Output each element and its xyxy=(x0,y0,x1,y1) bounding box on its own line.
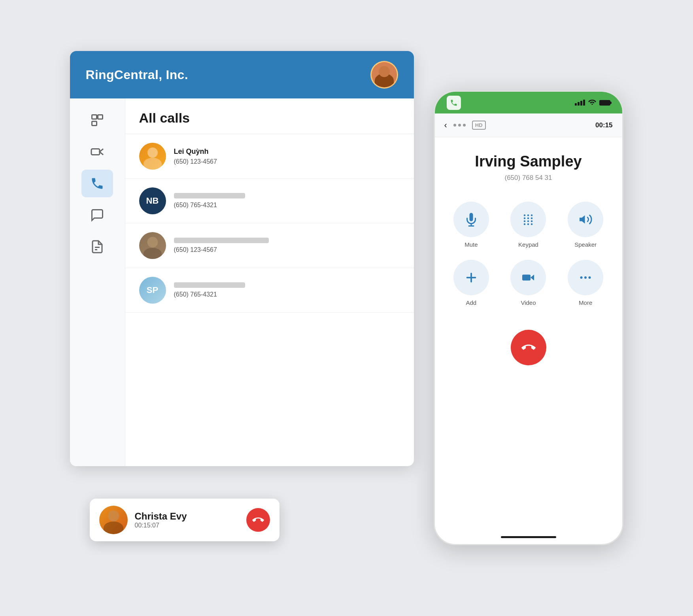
keypad-icon xyxy=(521,212,535,227)
list-item[interactable]: NB (650) 765-4321 xyxy=(125,179,414,223)
keypad-button[interactable]: Keypad xyxy=(504,202,553,248)
svg-marker-25 xyxy=(531,275,534,281)
notes-icon xyxy=(90,240,104,254)
keypad-label: Keypad xyxy=(518,241,538,248)
home-indicator xyxy=(435,530,622,544)
battery-icon xyxy=(599,100,610,106)
active-call-icon xyxy=(447,96,461,110)
phone-content: Irving Sampley (650) 768 54 31 Mute xyxy=(435,137,622,530)
options-dots[interactable] xyxy=(453,124,466,127)
svg-point-13 xyxy=(527,217,529,219)
call-timer: 00:15 xyxy=(595,121,612,129)
svg-point-6 xyxy=(591,104,593,105)
add-label: Add xyxy=(466,299,476,306)
phone-call-indicator xyxy=(447,96,461,110)
sidebar-item-phone[interactable] xyxy=(81,170,113,197)
microphone-icon xyxy=(464,212,478,227)
desktop-app: RingCentral, Inc. xyxy=(70,51,414,466)
caller-name-1: Lei Quỳnh xyxy=(174,147,400,156)
main-content: All calls Lei Quỳnh (650) 123-4567 NB xyxy=(125,98,414,466)
notification-text: Christa Evy 00:15:07 xyxy=(135,511,239,529)
caller-number-mobile: (650) 768 54 31 xyxy=(447,174,610,182)
svg-point-17 xyxy=(531,220,533,222)
phone-icon xyxy=(90,176,104,191)
add-circle xyxy=(453,260,489,295)
dot-1 xyxy=(453,124,456,127)
messages-icon xyxy=(90,113,104,127)
notification-name: Christa Evy xyxy=(135,511,239,522)
back-button[interactable]: ‹ xyxy=(444,120,447,130)
svg-rect-1 xyxy=(98,115,103,119)
dot-2 xyxy=(458,124,461,127)
svg-rect-24 xyxy=(522,275,531,281)
call-info-2: (650) 765-4321 xyxy=(174,193,400,209)
name-placeholder-2 xyxy=(174,193,245,198)
svg-point-28 xyxy=(589,276,591,279)
name-placeholder-4 xyxy=(174,282,245,288)
caller-number-3: (650) 123-4567 xyxy=(174,246,400,253)
call-info-1: Lei Quỳnh (650) 123-4567 xyxy=(174,147,400,165)
svg-point-18 xyxy=(524,223,526,225)
signal-bar-2 xyxy=(578,102,580,106)
avatar-sp: SP xyxy=(139,277,166,304)
desktop-body: All calls Lei Quỳnh (650) 123-4567 NB xyxy=(70,98,414,466)
svg-point-27 xyxy=(584,276,587,279)
notification-end-call-button[interactable] xyxy=(246,508,270,532)
add-icon xyxy=(464,270,478,285)
caller-number-4: (650) 765-4321 xyxy=(174,291,400,298)
call-list: Lei Quỳnh (650) 123-4567 NB (650) 765-43… xyxy=(125,134,414,466)
mute-circle xyxy=(453,202,489,237)
call-info-4: (650) 765-4321 xyxy=(174,282,400,298)
more-label: More xyxy=(579,299,592,306)
sidebar-item-chat[interactable] xyxy=(81,201,113,229)
wifi-icon xyxy=(588,98,596,107)
svg-rect-3 xyxy=(91,149,100,155)
phone-nav-bar: ‹ HD 00:15 xyxy=(435,113,622,137)
user-avatar[interactable] xyxy=(370,61,398,89)
avatar-lei-quynh xyxy=(139,143,166,170)
more-circle xyxy=(568,260,603,295)
svg-point-16 xyxy=(527,220,529,222)
more-button[interactable]: More xyxy=(561,260,610,306)
end-call-button[interactable] xyxy=(511,330,546,365)
video-call-icon xyxy=(521,270,535,285)
end-call-icon xyxy=(521,340,536,355)
hd-badge: HD xyxy=(472,121,486,130)
mute-button[interactable]: Mute xyxy=(447,202,496,248)
sidebar-item-video[interactable] xyxy=(81,138,113,166)
list-item[interactable]: Lei Quỳnh (650) 123-4567 xyxy=(125,134,414,179)
speaker-label: Speaker xyxy=(574,241,597,248)
signal-strength xyxy=(575,100,585,106)
video-icon xyxy=(90,145,104,159)
avatar-person-3 xyxy=(139,232,166,259)
name-placeholder-3 xyxy=(174,238,269,243)
svg-point-12 xyxy=(524,217,526,219)
avatar-nb: NB xyxy=(139,187,166,214)
add-call-button[interactable]: Add xyxy=(447,260,496,306)
phone-green-icon xyxy=(450,99,458,107)
sidebar-item-messages[interactable] xyxy=(81,106,113,134)
active-call-notification: Christa Evy 00:15:07 xyxy=(90,499,279,541)
list-item[interactable]: SP (650) 765-4321 xyxy=(125,268,414,313)
keypad-circle xyxy=(510,202,546,237)
app-title: RingCentral, Inc. xyxy=(86,68,188,82)
hangup-icon xyxy=(252,514,264,526)
call-controls: Mute xyxy=(447,202,610,306)
video-call-button[interactable]: Video xyxy=(504,260,553,306)
speaker-button[interactable]: Speaker xyxy=(561,202,610,248)
signal-bar-3 xyxy=(580,101,582,106)
sidebar-item-notes[interactable] xyxy=(81,233,113,261)
notification-duration: 00:15:07 xyxy=(135,522,239,529)
speaker-icon xyxy=(578,212,593,227)
svg-point-20 xyxy=(531,223,533,225)
caller-number-1: (650) 123-4567 xyxy=(174,158,400,165)
home-bar xyxy=(501,536,556,538)
phone-status-indicators xyxy=(575,98,610,107)
sidebar xyxy=(70,98,125,466)
svg-point-9 xyxy=(524,214,526,216)
desktop-header: RingCentral, Inc. xyxy=(70,51,414,98)
user-avatar-image xyxy=(372,62,397,87)
svg-point-14 xyxy=(531,217,533,219)
list-item[interactable]: (650) 123-4567 xyxy=(125,223,414,268)
caller-name-mobile: Irving Sampley xyxy=(447,153,610,170)
